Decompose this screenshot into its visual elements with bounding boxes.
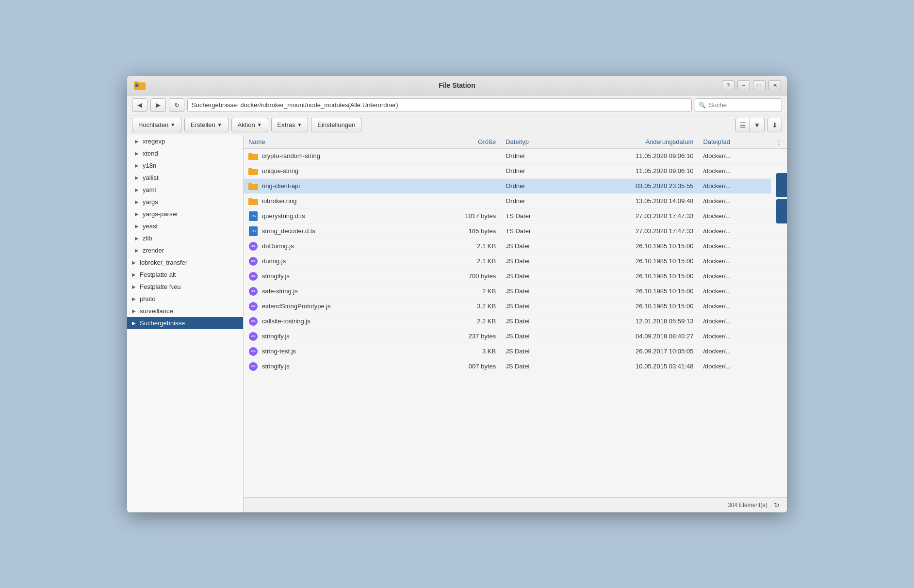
folder-icon: [248, 166, 258, 176]
refresh-button[interactable]: ↻: [169, 98, 184, 112]
edge-tab-1[interactable]: [776, 173, 787, 197]
file-name-cell-10: <>extendStringPrototype.js: [244, 299, 422, 314]
back-button[interactable]: ◀: [132, 98, 147, 112]
table-row[interactable]: <>safe-string.js2 KBJS Datei26.10.1985 1…: [244, 284, 787, 299]
sidebar-item-xregexp[interactable]: ▶ xregexp: [127, 135, 243, 147]
js-file-icon: <>: [248, 332, 258, 341]
help-button[interactable]: ?: [722, 80, 734, 90]
table-row[interactable]: <>during.js2.1 KBJS Datei26.10.1985 10:1…: [244, 254, 787, 269]
col-more[interactable]: ⋮: [771, 135, 787, 149]
table-row[interactable]: TSquerystring.d.ts1017 bytesTS Datei27.0…: [244, 208, 787, 223]
table-row[interactable]: <>stringify.js007 bytesJS Datei10.05.201…: [244, 359, 787, 374]
file-size: 2 KB: [422, 284, 501, 299]
minimize-button[interactable]: −: [737, 80, 750, 90]
close-button[interactable]: ✕: [768, 80, 781, 90]
table-row[interactable]: <>callsite-tostring.js2.2 KBJS Datei12.0…: [244, 314, 787, 329]
arrow-icon: ▶: [132, 320, 137, 326]
file-name: doDuring.js: [262, 242, 294, 250]
settings-button[interactable]: Einstellungen: [311, 118, 361, 132]
svg-rect-5: [248, 153, 252, 155]
file-name-cell-7: <>during.js: [244, 254, 422, 269]
file-size: 007 bytes: [422, 359, 501, 374]
sidebar-item-y18n[interactable]: ▶ y18n: [127, 159, 243, 172]
table-row[interactable]: <>stringify.js700 bytesJS Datei26.10.198…: [244, 269, 787, 284]
table-row[interactable]: <>stringify.js237 bytesJS Datei04.09.201…: [244, 329, 787, 344]
file-name: string_decoder.d.ts: [262, 227, 315, 235]
arrow-icon: ▶: [135, 139, 140, 144]
file-name: stringify.js: [262, 333, 290, 340]
sidebar-item-yargs-parser[interactable]: ▶ yargs-parser: [127, 208, 243, 220]
sidebar-item-yeast[interactable]: ▶ yeast: [127, 220, 243, 232]
table-row[interactable]: unique-stringOrdner11.05.2020 09:06:10/d…: [244, 163, 787, 178]
sidebar-item-label: Festplatte Neu: [140, 283, 181, 290]
table-row[interactable]: iobroker.ringOrdner13.05.2020 14:09:48/d…: [244, 193, 787, 208]
sidebar-item-zlib[interactable]: ▶ zlib: [127, 232, 243, 244]
statusbar-refresh-button[interactable]: ↻: [771, 500, 782, 510]
file-name: crypto-random-string: [262, 152, 320, 159]
file-name-cell-0: crypto-random-string: [244, 148, 422, 163]
col-path[interactable]: Dateipfad: [698, 135, 771, 149]
file-modified: 04.09.2018 08:40:27: [567, 329, 698, 344]
maximize-button[interactable]: □: [753, 80, 766, 90]
table-row[interactable]: ring-client-apiOrdner03.05.2020 23:35:55…: [244, 178, 787, 193]
edge-tab-2[interactable]: [776, 199, 787, 223]
sidebar-item-label: xregexp: [143, 138, 165, 145]
file-name-cell-8: <>stringify.js: [244, 269, 422, 284]
file-table: Name Größe Dateityp Änderungsdatum Datei…: [244, 135, 787, 497]
sidebar-item-photo[interactable]: ▶ photo: [127, 293, 243, 305]
file-modified: 26.10.1985 10:15:00: [567, 238, 698, 254]
sidebar-item-label: yargs: [143, 198, 158, 206]
arrow-icon: ▶: [135, 175, 140, 180]
file-list-table: Name Größe Dateityp Änderungsdatum Datei…: [244, 135, 787, 374]
file-size: 1017 bytes: [422, 208, 501, 223]
col-modified[interactable]: Änderungsdatum: [567, 135, 698, 149]
file-area: Name Größe Dateityp Änderungsdatum Datei…: [244, 135, 787, 512]
sidebar-item-yaml[interactable]: ▶ yaml: [127, 184, 243, 196]
sidebar-item-xtend[interactable]: ▶ xtend: [127, 147, 243, 159]
list-view-dropdown[interactable]: ▼: [750, 118, 765, 132]
ts-file-icon: TS: [248, 226, 258, 236]
titlebar: File Station ? − □ ✕: [127, 76, 787, 95]
file-size: 2.2 KB: [422, 314, 501, 329]
col-name[interactable]: Name: [244, 135, 422, 149]
forward-button[interactable]: ▶: [150, 98, 166, 112]
table-row[interactable]: <>string-test.js3 KBJS Datei26.09.2017 1…: [244, 344, 787, 359]
file-size: [422, 193, 501, 208]
file-type: Ordner: [501, 178, 567, 193]
js-file-icon: <>: [248, 362, 258, 371]
sidebar-item-festplatte-alt[interactable]: ▶ Festplatte alt: [127, 269, 243, 281]
sidebar-item-yallist[interactable]: ▶ yallist: [127, 172, 243, 184]
sidebar-item-zrender[interactable]: ▶ zrender: [127, 244, 243, 256]
file-modified: 03.05.2020 23:35:55: [567, 178, 698, 193]
col-type[interactable]: Dateityp: [501, 135, 567, 149]
sort-button[interactable]: ⬇: [767, 118, 782, 132]
create-button[interactable]: Erstellen ▼: [184, 118, 228, 132]
sidebar-item-label: yaml: [143, 186, 156, 193]
file-path: /docker/...: [698, 223, 771, 238]
sidebar-item-iobroker-transfer[interactable]: ▶ iobroker_transfer: [127, 256, 243, 269]
address-bar[interactable]: [187, 98, 692, 112]
col-size[interactable]: Größe: [422, 135, 501, 149]
file-modified: 10.05.2015 03:41:48: [567, 359, 698, 374]
sidebar-item-surveillance[interactable]: ▶ surveillance: [127, 305, 243, 317]
search-input[interactable]: [695, 98, 782, 112]
sidebar-item-festplatte-neu[interactable]: ▶ Festplatte Neu: [127, 281, 243, 293]
action-button[interactable]: Aktion ▼: [231, 118, 268, 132]
file-name: stringify.js: [262, 272, 290, 280]
table-row[interactable]: <>doDuring.js2.1 KBJS Datei26.10.1985 10…: [244, 238, 787, 254]
table-row[interactable]: <>extendStringPrototype.js3.2 KBJS Datei…: [244, 299, 787, 314]
sidebar-item-suchergebnisse[interactable]: ▶ Suchergebnisse: [127, 317, 243, 329]
sidebar-item-yargs[interactable]: ▶ yargs: [127, 196, 243, 208]
file-name: safe-string.js: [262, 287, 298, 295]
table-row[interactable]: TSstring_decoder.d.ts185 bytesTS Datei27…: [244, 223, 787, 238]
list-view-button[interactable]: ☰: [735, 118, 750, 132]
main-content: ▶ xregexp ▶ xtend ▶ y18n ▶ yallist ▶ yam…: [127, 135, 787, 512]
extras-button[interactable]: Extras ▼: [271, 118, 309, 132]
sidebar-item-label: Suchergebnisse: [140, 319, 185, 327]
table-row[interactable]: crypto-random-stringOrdner11.05.2020 09:…: [244, 148, 787, 163]
svg-rect-11: [248, 198, 252, 200]
upload-button[interactable]: Hochladen ▼: [132, 118, 181, 132]
file-modified: 26.09.2017 10:05:05: [567, 344, 698, 359]
svg-rect-9: [248, 183, 252, 185]
app-icon: [133, 79, 147, 92]
